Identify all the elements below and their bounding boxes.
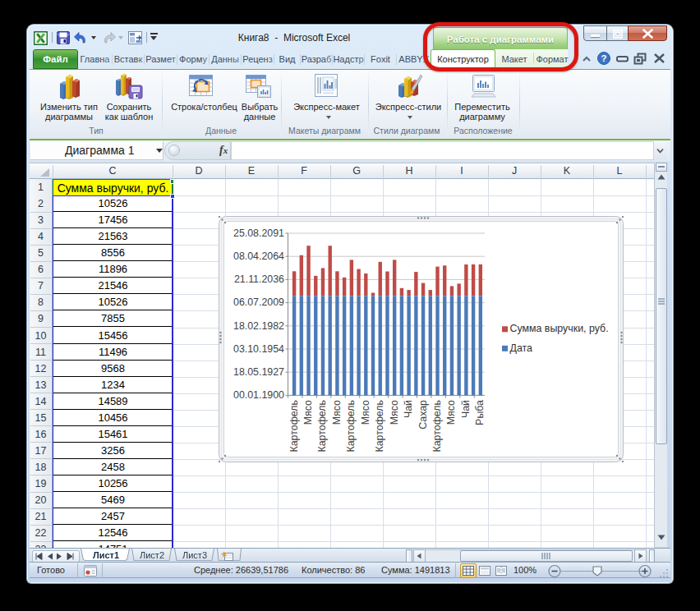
svg-text:Рыба: Рыба bbox=[474, 400, 486, 425]
svg-text:Мясо: Мясо bbox=[331, 400, 343, 425]
svg-text:25.08.2091: 25.08.2091 bbox=[233, 227, 284, 239]
svg-text:Мясо: Мясо bbox=[302, 400, 314, 425]
svg-text:Картофель: Картофель bbox=[316, 400, 328, 453]
svg-text:Мясо: Мясо bbox=[389, 400, 400, 425]
svg-text:21.11.2036: 21.11.2036 bbox=[234, 273, 284, 285]
svg-text:Картофель: Картофель bbox=[288, 400, 300, 453]
svg-text:00.01.1900: 00.01.1900 bbox=[233, 389, 284, 401]
svg-text:Картофель: Картофель bbox=[431, 400, 443, 453]
svg-text:06.07.2009: 06.07.2009 bbox=[233, 296, 284, 308]
svg-text:Дата: Дата bbox=[510, 342, 533, 354]
svg-text:Мясо: Мясо bbox=[360, 400, 371, 425]
svg-text:Сахар: Сахар bbox=[417, 400, 429, 430]
svg-text:Картофель: Картофель bbox=[345, 400, 357, 453]
svg-text:?: ? bbox=[601, 53, 606, 63]
svg-text:Картофель: Картофель bbox=[374, 400, 385, 453]
svg-text:Мясо: Мясо bbox=[445, 400, 457, 425]
svg-text:Сумма выручки, руб.: Сумма выручки, руб. bbox=[510, 323, 609, 334]
svg-text:08.04.2064: 08.04.2064 bbox=[233, 250, 284, 262]
svg-text:03.10.1954: 03.10.1954 bbox=[233, 343, 284, 355]
svg-text:Чай: Чай bbox=[403, 400, 414, 418]
svg-text:Чай: Чай bbox=[460, 400, 472, 418]
svg-text:18.02.1982: 18.02.1982 bbox=[233, 320, 284, 332]
svg-text:18.05.1927: 18.05.1927 bbox=[233, 366, 284, 378]
